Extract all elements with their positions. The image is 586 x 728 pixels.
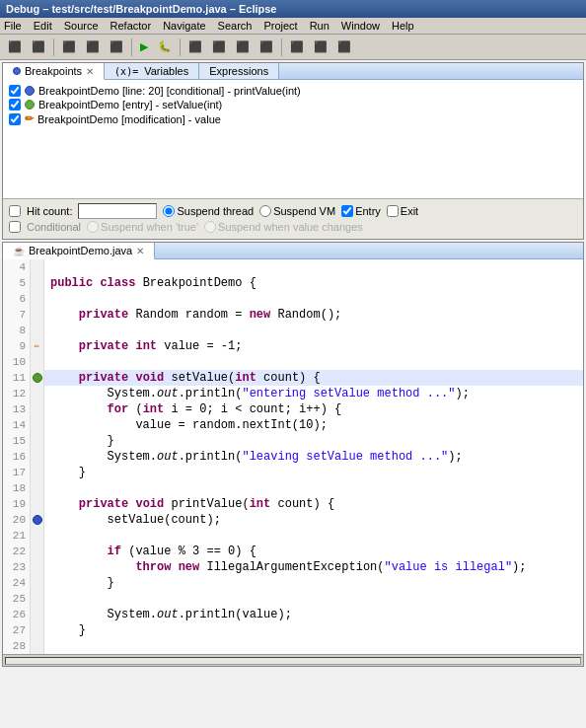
- top-panel: Breakpoints ✕ (x)= Variables Expressions…: [2, 62, 584, 240]
- line-num-24: 24: [3, 575, 31, 591]
- line-num-10: 10: [3, 354, 31, 370]
- line-code-23: throw new IllegalArgumentException("valu…: [44, 559, 527, 575]
- tab-breakpoints[interactable]: Breakpoints ✕: [3, 63, 105, 80]
- toolbar-btn-4[interactable]: ⬛: [82, 38, 104, 55]
- tab-code[interactable]: ☕ BreakpointDemo.java ✕: [3, 243, 155, 259]
- toolbar-btn-7[interactable]: ⬛: [208, 38, 230, 55]
- code-line-28: 28: [3, 638, 583, 654]
- code-line-24: 24 }: [3, 575, 583, 591]
- line-20-bp-dot-icon: [33, 515, 42, 525]
- code-line-23: 23 throw new IllegalArgumentException("v…: [3, 559, 583, 575]
- line-gutter-27: [31, 622, 44, 638]
- code-line-12: 12 System.out.println("entering setValue…: [3, 386, 583, 401]
- line-num-17: 17: [3, 465, 31, 480]
- bp-item-1[interactable]: BreakpointDemo [line: 20] [conditional] …: [9, 84, 577, 98]
- scrollbar-h[interactable]: [3, 654, 583, 666]
- line-gutter-28: [31, 638, 44, 654]
- line-code-25: [44, 591, 57, 607]
- toolbar-btn-6[interactable]: ⬛: [184, 38, 206, 55]
- bp-checkbox-1[interactable]: [9, 85, 21, 97]
- code-line-22: 22 if (value % 3 == 0) {: [3, 544, 583, 559]
- line-code-7: private Random random = new Random();: [44, 307, 341, 323]
- breakpoints-circle-icon: [13, 67, 21, 75]
- scroll-track[interactable]: [5, 657, 581, 665]
- tab-breakpoints-label: Breakpoints: [25, 65, 82, 77]
- tab-breakpoints-close[interactable]: ✕: [86, 66, 94, 77]
- bp-item-3[interactable]: ✏ BreakpointDemo [modification] - value: [9, 111, 577, 126]
- menu-search[interactable]: Search: [218, 20, 253, 32]
- suspend-thread-radio[interactable]: [163, 205, 175, 217]
- line-gutter-22: [31, 544, 44, 559]
- tab-variables-label: (x)=: [114, 66, 138, 77]
- toolbar-debug-btn[interactable]: 🐛: [154, 38, 176, 55]
- hit-count-checkbox[interactable]: [9, 205, 21, 217]
- line-gutter-24: [31, 575, 44, 591]
- menu-project[interactable]: Project: [263, 20, 297, 32]
- bp-controls: Hit count: Suspend thread Suspend VM Ent…: [3, 198, 583, 239]
- line-num-18: 18: [3, 480, 31, 496]
- menu-run[interactable]: Run: [310, 20, 330, 32]
- line-gutter-11: [31, 370, 44, 386]
- code-line-10: 10: [3, 354, 583, 370]
- line-gutter-21: [31, 528, 44, 544]
- exit-checkbox[interactable]: [387, 205, 399, 217]
- toolbar-btn-11[interactable]: ⬛: [310, 38, 331, 55]
- line-code-5: public class BreakpointDemo {: [44, 275, 256, 291]
- line-num-20: 20: [3, 512, 31, 528]
- bp-checkbox-2[interactable]: [9, 99, 21, 110]
- menu-source[interactable]: Source: [64, 20, 99, 32]
- entry-checkbox[interactable]: [341, 205, 353, 217]
- tab-expressions[interactable]: Expressions: [199, 63, 279, 79]
- line-code-9: private int value = -1;: [44, 338, 242, 354]
- code-line-15: 15 }: [3, 433, 583, 449]
- line-num-8: 8: [3, 323, 31, 338]
- top-panel-header: Breakpoints ✕ (x)= Variables Expressions: [3, 63, 583, 80]
- line-gutter-4: [31, 259, 44, 275]
- line-code-12: System.out.println("entering setValue me…: [44, 386, 470, 401]
- menu-refactor[interactable]: Refactor: [110, 20, 152, 32]
- menu-edit[interactable]: Edit: [34, 20, 52, 32]
- menu-window[interactable]: Window: [341, 20, 380, 32]
- line-code-13: for (int i = 0; i < count; i++) {: [44, 401, 341, 417]
- suspend-changes-label: Suspend when value changes: [204, 221, 363, 233]
- code-tab-close[interactable]: ✕: [136, 246, 144, 256]
- code-line-21: 21: [3, 528, 583, 544]
- line-code-11: private void setValue(int count) {: [44, 370, 321, 386]
- toolbar-btn-9[interactable]: ⬛: [256, 38, 277, 55]
- suspend-vm-radio[interactable]: [259, 205, 271, 217]
- suspend-changes-radio[interactable]: [204, 221, 216, 233]
- code-line-13: 13 for (int i = 0; i < count; i++) {: [3, 401, 583, 417]
- line-num-14: 14: [3, 417, 31, 433]
- toolbar-sep-4: [281, 38, 282, 56]
- line-code-20: setValue(count);: [44, 512, 221, 528]
- toolbar-btn-12[interactable]: ⬛: [333, 38, 355, 55]
- menu-navigate[interactable]: Navigate: [163, 20, 205, 32]
- toolbar-btn-5[interactable]: ⬛: [106, 38, 127, 55]
- line-gutter-26: [31, 607, 44, 622]
- toolbar-btn-1[interactable]: ⬛: [4, 38, 26, 55]
- toolbar-run-btn[interactable]: ▶: [136, 38, 152, 55]
- toolbar-btn-8[interactable]: ⬛: [232, 38, 254, 55]
- menu-file[interactable]: File: [4, 20, 22, 32]
- toolbar-btn-10[interactable]: ⬛: [286, 38, 308, 55]
- bp-checkbox-3[interactable]: [9, 113, 21, 125]
- bp-label-2: BreakpointDemo [entry] - setValue(int): [38, 99, 222, 110]
- code-tab-label: BreakpointDemo.java: [29, 245, 132, 256]
- toolbar-btn-2[interactable]: ⬛: [28, 38, 49, 55]
- line-gutter-18: [31, 480, 44, 496]
- menu-help[interactable]: Help: [392, 20, 414, 32]
- line-num-19: 19: [3, 496, 31, 512]
- bp-item-2[interactable]: BreakpointDemo [entry] - setValue(int): [9, 98, 577, 111]
- line-gutter-7: [31, 307, 44, 323]
- breakpoints-list: BreakpointDemo [line: 20] [conditional] …: [3, 80, 583, 198]
- line-gutter-6: [31, 291, 44, 307]
- code-line-4: 4: [3, 259, 583, 275]
- conditional-checkbox[interactable]: [9, 221, 21, 233]
- line-gutter-14: [31, 417, 44, 433]
- suspend-true-radio[interactable]: [87, 221, 99, 233]
- tab-variables[interactable]: (x)= Variables: [105, 63, 199, 79]
- toolbar-btn-3[interactable]: ⬛: [58, 38, 80, 55]
- hit-count-label: Hit count:: [27, 205, 72, 217]
- ctrl-row-2: Conditional Suspend when 'true' Suspend …: [9, 221, 577, 233]
- hit-count-input[interactable]: [78, 203, 157, 219]
